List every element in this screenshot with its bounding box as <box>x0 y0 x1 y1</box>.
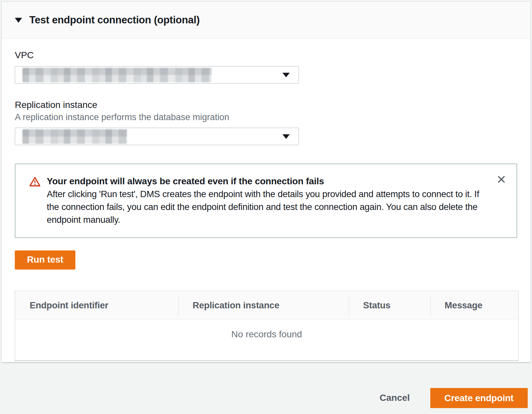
replication-instance-redacted-value <box>22 129 127 144</box>
table-header-row: Endpoint identifier Replication instance… <box>15 291 518 320</box>
vpc-redacted-value <box>22 68 212 82</box>
column-header-status[interactable]: Status <box>349 300 430 311</box>
panel-body: VPC Replication instance A replication i… <box>2 39 530 361</box>
test-endpoint-connection-panel: Test endpoint connection (optional) VPC … <box>1 1 531 362</box>
replication-instance-label: Replication instance <box>15 99 517 111</box>
alert-text: Your endpoint will always be created eve… <box>40 175 507 226</box>
table-empty-message: No records found <box>15 320 518 360</box>
cancel-button[interactable]: Cancel <box>380 393 410 403</box>
replication-instance-select[interactable] <box>15 128 299 145</box>
triangle-down-icon <box>282 73 290 77</box>
triangle-down-icon <box>15 18 22 23</box>
column-header-message[interactable]: Message <box>430 300 518 311</box>
page: Test endpoint connection (optional) VPC … <box>0 0 532 414</box>
test-results-table: Endpoint identifier Replication instance… <box>15 291 519 361</box>
replication-instance-description: A replication instance performs the data… <box>15 112 517 123</box>
column-header-replication-instance[interactable]: Replication instance <box>178 300 349 311</box>
create-endpoint-button[interactable]: Create endpoint <box>430 388 528 408</box>
alert-title: Your endpoint will always be created eve… <box>47 175 492 188</box>
panel-header-expander[interactable]: Test endpoint connection (optional) <box>2 2 530 39</box>
warning-triangle-icon <box>29 176 40 188</box>
panel-title: Test endpoint connection (optional) <box>29 14 200 26</box>
replication-instance-field-group: Replication instance A replication insta… <box>15 99 517 145</box>
vpc-field-group: VPC <box>15 49 517 84</box>
endpoint-warning-alert: Your endpoint will always be created eve… <box>15 164 517 238</box>
alert-body: After clicking 'Run test', DMS creates t… <box>47 188 485 226</box>
footer-action-bar: Cancel Create endpoint <box>0 362 532 414</box>
vpc-label: VPC <box>15 49 517 61</box>
close-icon[interactable] <box>495 173 508 186</box>
vpc-select[interactable] <box>15 66 299 84</box>
column-header-endpoint-identifier[interactable]: Endpoint identifier <box>15 300 178 311</box>
triangle-down-icon <box>282 134 290 139</box>
run-test-button[interactable]: Run test <box>15 250 75 270</box>
